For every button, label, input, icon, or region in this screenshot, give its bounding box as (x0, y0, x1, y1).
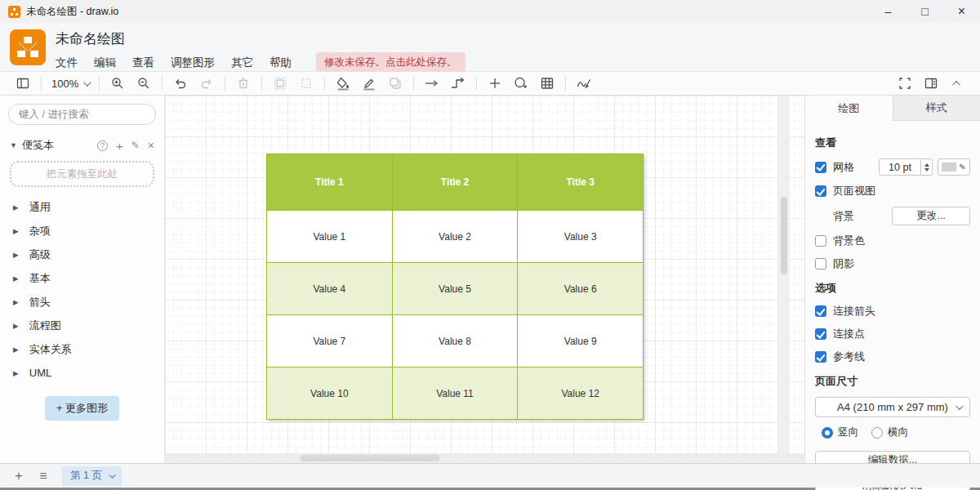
insert-table-button[interactable] (537, 74, 557, 93)
portrait-option[interactable]: 竖向 (822, 425, 858, 439)
table-cell[interactable]: Value 8 (393, 315, 519, 368)
scratchpad-add-icon[interactable]: + (116, 139, 123, 153)
background-color-checkbox[interactable] (815, 235, 826, 247)
scratchpad-dropzone[interactable]: 把元素拖至此处 (10, 161, 154, 187)
sidebar-section-flowchart[interactable]: ▶ 流程图 (8, 314, 156, 337)
minimize-button[interactable]: – (870, 0, 906, 23)
table-cell[interactable]: Value 5 (393, 263, 519, 315)
sidebar-section-general[interactable]: ▶ 通用 (8, 195, 156, 219)
page-bar: + ≡ 第 1 页 (0, 463, 980, 488)
scratchpad-close-icon[interactable]: × (148, 139, 154, 152)
connection-arrows-checkbox[interactable] (815, 305, 826, 317)
freehand-button[interactable] (574, 74, 594, 93)
table-cell[interactable]: Value 10 (267, 368, 393, 420)
more-shapes-button[interactable]: + 更多图形 (45, 396, 119, 421)
sidebar-section-uml[interactable]: ▶ UML (8, 361, 156, 385)
drawing-canvas[interactable]: Title 1 Title 2 Title 3 Value 1 Value 2 … (165, 96, 804, 463)
chevron-down-icon (83, 78, 91, 87)
toggle-format-panel-button[interactable] (921, 74, 941, 93)
line-color-button[interactable] (359, 74, 379, 93)
scratchpad-edit-icon[interactable]: ✎ (131, 140, 140, 151)
help-icon[interactable]: ? (97, 140, 108, 151)
scratchpad-header[interactable]: ▼ 便笺本 ? + ✎ × (10, 138, 154, 153)
landscape-radio[interactable] (871, 427, 883, 439)
tab-style[interactable]: 样式 (893, 96, 980, 121)
to-front-button[interactable] (270, 74, 290, 93)
landscape-option[interactable]: 横向 (871, 425, 908, 439)
vertical-scrollbar-thumb[interactable] (781, 197, 787, 274)
table-cell[interactable]: Value 11 (393, 368, 519, 420)
maximize-button[interactable]: □ (906, 0, 943, 23)
table-header-cell[interactable]: Title 2 (393, 154, 519, 211)
table-cell[interactable]: Value 9 (518, 315, 644, 368)
fullscreen-button[interactable] (895, 74, 915, 93)
pages-menu-button[interactable]: ≡ (31, 466, 56, 486)
step-up-icon[interactable] (924, 163, 929, 167)
page-tab[interactable]: 第 1 页 (62, 466, 122, 486)
document-title[interactable]: 未命名绘图 (56, 29, 466, 48)
zoom-out-button[interactable] (134, 74, 154, 93)
sidebar-section-arrows[interactable]: ▶ 箭头 (8, 290, 156, 314)
page-view-checkbox[interactable] (815, 185, 826, 197)
menu-arrange[interactable]: 调整图形 (171, 56, 215, 70)
table-cell[interactable]: Value 7 (267, 315, 393, 368)
shadow-checkbox[interactable] (815, 258, 826, 270)
shape-sections: ▶ 通用 ▶ 杂项 ▶ 高级 ▶ 基本 ▶ 箭头 ▶ 流程图 ▶ 实体关系 ▶ … (8, 195, 156, 385)
connection-points-checkbox[interactable] (815, 328, 826, 340)
horizontal-scrollbar[interactable] (165, 453, 804, 463)
unsaved-changes-alert[interactable]: 修改未保存。点击此处保存。 (316, 52, 466, 73)
menu-edit[interactable]: 编辑 (94, 56, 116, 70)
sidebar-section-basic[interactable]: ▶ 基本 (8, 266, 156, 290)
menu-extras[interactable]: 其它 (231, 56, 253, 70)
horizontal-scrollbar-thumb[interactable] (301, 455, 439, 461)
page-size-select[interactable]: A4 (210 mm x 297 mm) (815, 397, 970, 417)
grid-size-input[interactable] (879, 158, 921, 176)
insert-shape-button[interactable] (511, 74, 531, 93)
grid-checkbox[interactable] (815, 162, 826, 173)
menu-help[interactable]: 帮助 (270, 56, 292, 70)
menu-file[interactable]: 文件 (56, 56, 78, 70)
table-cell[interactable]: Value 1 (267, 211, 393, 263)
zoom-in-button[interactable] (108, 74, 127, 93)
to-back-button[interactable] (296, 74, 316, 93)
sidebar-section-er[interactable]: ▶ 实体关系 (8, 337, 156, 361)
step-down-icon[interactable] (924, 168, 929, 172)
grid-size-stepper[interactable] (921, 158, 933, 176)
table-header-cell[interactable]: Title 1 (267, 154, 393, 211)
zoom-level-dropdown[interactable]: 100% (51, 78, 89, 90)
table-cell[interactable]: Value 3 (518, 211, 644, 263)
sidebar-section-advanced[interactable]: ▶ 高级 (8, 243, 156, 266)
vertical-scrollbar[interactable] (778, 96, 790, 453)
collapse-toolbar-button[interactable] (947, 74, 967, 93)
fill-color-button[interactable] (333, 74, 353, 93)
connection-style-button[interactable] (422, 74, 442, 93)
add-page-button[interactable]: + (7, 466, 31, 486)
table-cell[interactable]: Value 2 (393, 211, 519, 263)
insert-button[interactable] (485, 74, 505, 93)
waypoint-style-button[interactable] (448, 74, 468, 93)
window-title: 未命名绘图 - draw.io (26, 5, 118, 19)
sidebar-section-misc[interactable]: ▶ 杂项 (8, 219, 156, 243)
menu-view[interactable]: 查看 (132, 56, 154, 70)
table-shape[interactable]: Title 1 Title 2 Title 3 Value 1 Value 2 … (266, 154, 644, 420)
toggle-sidebar-button[interactable] (13, 74, 33, 93)
table-row: Value 1 Value 2 Value 3 (267, 211, 644, 263)
tab-diagram[interactable]: 绘图 (805, 96, 893, 121)
table-cell[interactable]: Value 4 (267, 263, 393, 315)
table-header-cell[interactable]: Title 3 (518, 154, 644, 211)
close-button[interactable]: × (943, 0, 980, 23)
search-input[interactable] (19, 109, 150, 120)
grid-color-button[interactable]: ✎ (938, 158, 970, 176)
undo-button[interactable] (171, 74, 190, 93)
table-cell[interactable]: Value 12 (518, 368, 644, 420)
change-background-button[interactable]: 更改... (892, 207, 970, 225)
section-label: 通用 (29, 200, 51, 215)
delete-button[interactable] (234, 74, 253, 93)
guides-checkbox[interactable] (815, 351, 826, 363)
shape-search-box[interactable] (8, 104, 156, 125)
portrait-radio[interactable] (822, 427, 833, 439)
shadow-button[interactable] (385, 74, 405, 93)
redo-icon (199, 76, 214, 91)
table-cell[interactable]: Value 6 (518, 263, 644, 315)
redo-button[interactable] (197, 74, 216, 93)
